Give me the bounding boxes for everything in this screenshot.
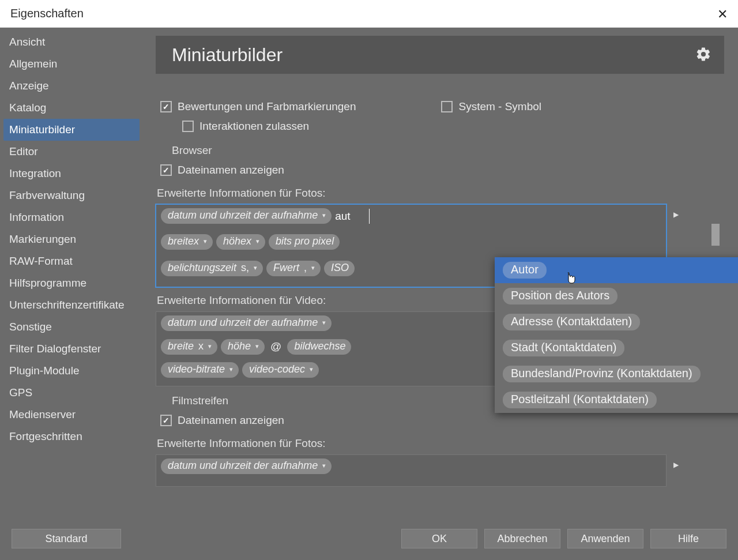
label-filmstrip-filenames: Dateinamen anzeigen <box>178 414 284 427</box>
tag-video-breite[interactable]: breite x▾ <box>161 339 217 355</box>
autocomplete-item-label: Bundesland/Provinz (Kontaktdaten) <box>503 366 701 382</box>
sidebar-item-plugin-module[interactable]: Plugin-Module <box>3 360 140 382</box>
close-icon[interactable]: ✕ <box>717 7 728 22</box>
sidebar-item-raw-format[interactable]: RAW-Format <box>3 250 140 272</box>
sidebar-item-medienserver[interactable]: Medienserver <box>3 404 140 426</box>
autocomplete-item[interactable]: Adresse (Kontaktdaten)Autor <box>495 309 738 335</box>
tag-breite[interactable]: breitex▾ <box>161 234 213 250</box>
tag-iso[interactable]: ISO <box>324 261 355 276</box>
scrollbar-thumb[interactable] <box>711 224 720 246</box>
tag-video-bitrate[interactable]: video-bitrate▾ <box>161 362 239 378</box>
autocomplete-item-label: Autor <box>503 262 547 279</box>
sidebar-item-integration[interactable]: Integration <box>3 163 140 185</box>
ok-button[interactable]: OK <box>401 529 477 548</box>
settings-panel: Miniaturbilder Bewertungen und Farbmarki… <box>143 28 738 517</box>
autocomplete-dropdown: AutorAutorPosition des AutorsAutorAdress… <box>495 257 738 413</box>
sidebar-item-anzeige[interactable]: Anzeige <box>3 75 140 97</box>
label-filmstrip-photo-info: Erweiterte Informationen für Fotos: <box>157 437 724 450</box>
checkbox-ratings[interactable] <box>160 101 172 112</box>
section-browser: Browser <box>172 144 724 157</box>
autocomplete-item[interactable]: Postleitzahl (Kontaktdaten)Autor <box>495 387 738 413</box>
tag-datum-aufnahme[interactable]: datum und uhrzeit der aufnahme▾ <box>161 208 332 224</box>
tag-hoehe[interactable]: höhex▾ <box>216 234 265 250</box>
sidebar-item-ansicht[interactable]: Ansicht <box>3 31 140 53</box>
checkbox-filmstrip-filenames[interactable] <box>160 415 172 426</box>
plain-at: @ <box>268 340 284 353</box>
tag-video-codec[interactable]: video-codec▾ <box>242 362 319 378</box>
panel-title: Miniaturbilder <box>172 44 283 66</box>
tag-video-datum[interactable]: datum und uhrzeit der aufnahme▾ <box>161 315 332 331</box>
checkbox-browser-filenames[interactable] <box>160 164 172 176</box>
sidebar-item-editor[interactable]: Editor <box>3 141 140 163</box>
filmstrip-photo-tagbox[interactable]: datum und uhrzeit der aufnahme▾ ▶ <box>156 454 667 487</box>
autocomplete-item-label: Stadt (Kontaktdaten) <box>503 340 624 356</box>
sidebar-item-information[interactable]: Information <box>3 206 140 228</box>
label-ratings: Bewertungen und Farbmarkierungen <box>178 100 356 113</box>
settings-sidebar: AnsichtAllgemeinAnzeigeKatalogMiniaturbi… <box>0 28 143 517</box>
help-button[interactable]: Hilfe <box>650 529 726 548</box>
autocomplete-item[interactable]: Stadt (Kontaktdaten)Autor <box>495 335 738 361</box>
tag-bits-pixel[interactable]: bits pro pixel <box>269 234 340 250</box>
tag-bildwechsel[interactable]: bildwechse <box>287 339 351 355</box>
tag-belichtung[interactable]: belichtungszeit s,▾ <box>161 261 263 276</box>
sidebar-item-gps[interactable]: GPS <box>3 382 140 404</box>
expand-icon[interactable]: ▶ <box>669 208 682 221</box>
sidebar-item-fortgeschritten[interactable]: Fortgeschritten <box>3 426 140 448</box>
tag-fwert[interactable]: Fwert,▾ <box>266 261 321 276</box>
tag-video-hoehe[interactable]: höhe▾ <box>221 339 265 355</box>
sidebar-item-filter-dialogfenster[interactable]: Filter Dialogfenster <box>3 338 140 360</box>
gear-icon[interactable] <box>695 46 711 66</box>
window-titlebar: Eigenschaften ✕ <box>0 0 738 28</box>
checkbox-allow-interactions[interactable] <box>182 121 194 132</box>
sidebar-item-unterschriftenzertifikate[interactable]: Unterschriftenzertifikate <box>3 294 140 316</box>
label-browser-photo-info: Erweiterte Informationen für Fotos: <box>157 187 724 200</box>
tag-filmstrip-datum[interactable]: datum und uhrzeit der aufnahme▾ <box>161 458 332 474</box>
sidebar-item-miniaturbilder[interactable]: Miniaturbilder <box>3 119 140 141</box>
autocomplete-item-label: Position des Autors <box>503 288 617 305</box>
window-title: Eigenschaften <box>10 7 84 20</box>
standard-button[interactable]: Standard <box>12 529 121 548</box>
sidebar-item-allgemein[interactable]: Allgemein <box>3 53 140 75</box>
autocomplete-item-label: Adresse (Kontaktdaten) <box>503 314 640 330</box>
autocomplete-item[interactable]: AutorAutor <box>495 257 738 283</box>
autocomplete-item[interactable]: Bundesland/Provinz (Kontaktdaten)Autor <box>495 361 738 387</box>
cancel-button[interactable]: Abbrechen <box>484 529 560 548</box>
dialog-footer: Standard OK Abbrechen Anwenden Hilfe <box>0 517 738 560</box>
autocomplete-item[interactable]: Position des AutorsAutor <box>495 283 738 309</box>
label-browser-filenames: Dateinamen anzeigen <box>178 164 284 176</box>
photo-tag-search-input[interactable] <box>335 209 370 224</box>
panel-header: Miniaturbilder <box>156 36 724 74</box>
expand-icon[interactable]: ▶ <box>669 458 682 471</box>
autocomplete-item-label: Postleitzahl (Kontaktdaten) <box>503 392 657 408</box>
sidebar-item-katalog[interactable]: Katalog <box>3 97 140 119</box>
sidebar-item-hilfsprogramme[interactable]: Hilfsprogramme <box>3 272 140 294</box>
checkbox-system-symbol[interactable] <box>441 101 453 112</box>
sidebar-item-markierungen[interactable]: Markierungen <box>3 228 140 250</box>
label-allow-interactions: Interaktionen zulassen <box>199 120 309 133</box>
sidebar-item-farbverwaltung[interactable]: Farbverwaltung <box>3 185 140 206</box>
apply-button[interactable]: Anwenden <box>567 529 643 548</box>
sidebar-item-sonstige[interactable]: Sonstige <box>3 316 140 338</box>
label-system-symbol: System - Symbol <box>458 100 541 113</box>
